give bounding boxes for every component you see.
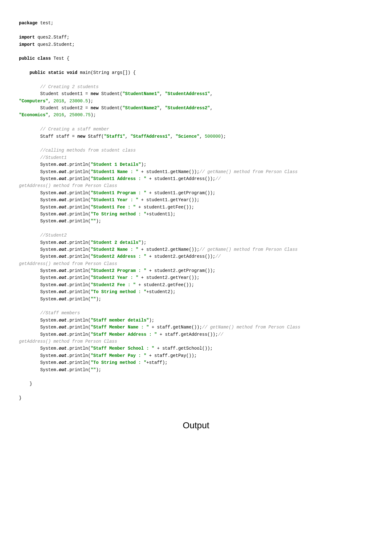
output-section-title: Output [19,420,373,431]
code-editor: package test; import ques2.Staff; import… [19,13,373,401]
